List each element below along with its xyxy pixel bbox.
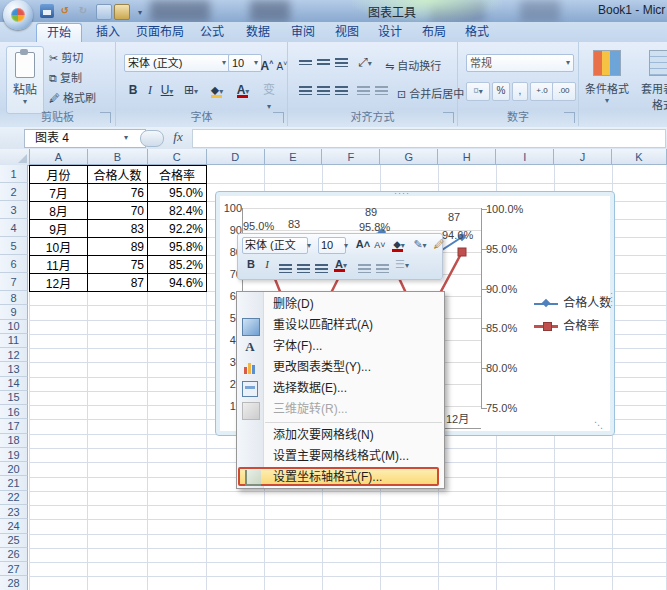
menu-item-format-major-gridlines[interactable]: 设置主要网格线格式(M)... — [237, 446, 442, 467]
row-header-19[interactable]: 19 — [0, 448, 28, 462]
customize-qat-icon[interactable]: ▾ — [133, 6, 147, 20]
row-header-17[interactable]: 17 — [0, 419, 28, 433]
mini-align-left-icon[interactable] — [277, 260, 293, 276]
column-header-b[interactable]: B — [88, 149, 148, 165]
mini-font-size-dropdown-icon[interactable]: ▾ — [341, 237, 351, 253]
row-header-25[interactable]: 25 — [0, 534, 28, 548]
column-header-k[interactable]: K — [612, 149, 667, 165]
mini-italic-button[interactable]: I — [259, 257, 275, 273]
cell-a3[interactable]: 8月 — [30, 202, 88, 220]
menu-item-select-data[interactable]: 选择数据(E)... — [237, 378, 442, 399]
borders-button[interactable]: ⊞▾ — [182, 82, 200, 100]
redo-icon[interactable]: ↻ — [76, 4, 90, 18]
select-all-corner[interactable] — [0, 149, 30, 166]
row-header-23[interactable]: 23 — [0, 505, 28, 519]
row-header-9[interactable]: 9 — [0, 305, 28, 319]
mini-align-right-icon[interactable] — [313, 260, 329, 276]
mini-bullets-icon[interactable]: ☰▾ — [394, 257, 410, 273]
decrease-indent-icon[interactable] — [354, 82, 372, 100]
legend-item-pass-rate[interactable]: 合格率 — [534, 316, 599, 330]
save-icon[interactable] — [40, 4, 54, 18]
font-dialog-launcher[interactable] — [273, 112, 284, 123]
row-header-28[interactable]: 28 — [0, 576, 28, 590]
cell-a5[interactable]: 10月 — [30, 238, 88, 256]
align-right-icon[interactable] — [332, 82, 350, 100]
menu-item-delete[interactable]: 删除(D) — [237, 294, 442, 315]
orientation-icon[interactable]: ⤢▾ — [356, 54, 374, 72]
table-row[interactable]: 7月 76 95.0% — [30, 184, 207, 202]
row-header-6[interactable]: 6 — [0, 255, 28, 273]
table-row[interactable]: 9月 83 92.2% — [30, 220, 207, 238]
row-header-22[interactable]: 22 — [0, 491, 28, 505]
tab-page-layout[interactable]: 页面布局 — [126, 23, 194, 42]
tab-home[interactable]: 开始 — [36, 23, 82, 43]
mini-font-name-combobox[interactable]: 宋体 (正文 — [242, 237, 308, 254]
menu-item-font[interactable]: A字体(F)... — [237, 336, 442, 357]
mini-fill-color-button[interactable]: ⬥▾ — [391, 237, 407, 253]
cell-c7[interactable]: 94.6% — [148, 274, 207, 292]
data-table[interactable]: 月份 合格人数 合格率 7月 76 95.0% 8月 70 82.4% 9月 8… — [29, 165, 207, 292]
mini-decrease-indent-icon[interactable] — [356, 260, 372, 276]
conditional-formatting-dropdown-icon[interactable]: ▾ — [581, 96, 633, 105]
column-header-g[interactable]: G — [380, 149, 438, 165]
switch-windows-icon[interactable] — [96, 4, 112, 20]
row-header-1[interactable]: 1 — [0, 165, 28, 183]
clipboard-dialog-launcher[interactable] — [100, 112, 111, 123]
font-color-button[interactable]: A▾ — [234, 82, 252, 100]
wrap-text-button[interactable]: ⇋ 自动换行 — [384, 56, 442, 74]
cell-b4[interactable]: 83 — [88, 220, 148, 238]
bold-button[interactable]: B — [124, 82, 142, 100]
column-header-e[interactable]: E — [265, 149, 323, 165]
underline-button[interactable]: U▾ — [158, 82, 176, 100]
table-row[interactable]: 11月 75 85.2% — [30, 256, 207, 274]
column-header-d[interactable]: D — [207, 149, 265, 165]
conditional-formatting-button[interactable]: 条件格式 ▾ — [581, 46, 633, 118]
cell-b3[interactable]: 70 — [88, 202, 148, 220]
font-name-dropdown-icon[interactable]: ▾ — [222, 55, 226, 71]
column-header-i[interactable]: I — [496, 149, 554, 165]
cell-c5[interactable]: 95.8% — [148, 238, 207, 256]
phonetic-guide-button[interactable]: 变▾ — [260, 82, 278, 100]
row-header-18[interactable]: 18 — [0, 434, 28, 448]
cell-a7[interactable]: 12月 — [30, 274, 88, 292]
tab-review[interactable]: 审阅 — [281, 23, 325, 42]
paste-button[interactable]: 粘贴 ▾ — [6, 46, 44, 114]
number-dialog-launcher[interactable] — [564, 112, 575, 123]
column-header-h[interactable]: H — [438, 149, 496, 165]
table-row[interactable]: 10月 89 95.8% — [30, 238, 207, 256]
number-format-dropdown-icon[interactable]: ▾ — [566, 55, 570, 71]
paste-dropdown-icon[interactable]: ▾ — [7, 97, 43, 106]
number-format-combobox[interactable]: 常规 ▾ — [466, 54, 574, 72]
cell-b5[interactable]: 89 — [88, 238, 148, 256]
table-row[interactable]: 8月 70 82.4% — [30, 202, 207, 220]
font-size-combobox[interactable]: 10 ▾ — [228, 54, 262, 72]
legend-item-pass-count[interactable]: 合格人数 — [534, 293, 611, 307]
row-header-5[interactable]: 5 — [0, 237, 28, 255]
decrease-decimal-icon[interactable]: .00 — [552, 82, 576, 101]
comma-style-icon[interactable]: , — [512, 82, 528, 101]
align-middle-icon[interactable] — [314, 54, 332, 72]
chart-wizard-icon[interactable] — [114, 4, 130, 20]
cell-b1[interactable]: 合格人数 — [88, 166, 148, 184]
table-row[interactable]: 12月 87 94.6% — [30, 274, 207, 292]
align-center-icon[interactable] — [314, 82, 332, 100]
mini-bold-button[interactable]: B — [243, 257, 259, 273]
menu-item-change-chart-type[interactable]: 更改图表类型(Y)... — [237, 357, 442, 378]
cell-a1[interactable]: 月份 — [30, 166, 88, 184]
mini-shrink-font-button[interactable]: A˅ — [372, 238, 388, 254]
row-header-11[interactable]: 11 — [0, 334, 28, 348]
cell-b6[interactable]: 75 — [88, 256, 148, 274]
column-header-a[interactable]: A — [30, 149, 88, 165]
row-header-10[interactable]: 10 — [0, 320, 28, 334]
increase-decimal-icon[interactable]: +.0 — [530, 82, 554, 101]
row-header-26[interactable]: 26 — [0, 548, 28, 562]
tab-chart-format[interactable]: 格式 — [455, 23, 499, 42]
row-header-24[interactable]: 24 — [0, 519, 28, 533]
tab-formulas[interactable]: 公式 — [190, 23, 234, 42]
tab-chart-design[interactable]: 设计 — [368, 23, 412, 42]
accounting-format-icon[interactable]: ¤▾ — [466, 82, 490, 101]
cell-c6[interactable]: 85.2% — [148, 256, 207, 274]
row-header-12[interactable]: 12 — [0, 348, 28, 362]
cell-a2[interactable]: 7月 — [30, 184, 88, 202]
font-name-combobox[interactable]: 宋体 (正文) ▾ — [124, 54, 230, 72]
